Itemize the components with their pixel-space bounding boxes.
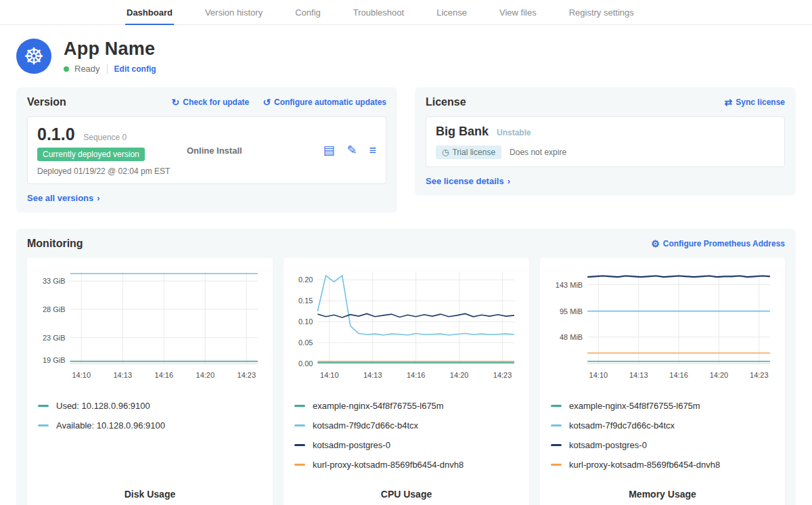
see-all-versions-row: See all versions ›	[27, 193, 386, 203]
see-all-versions-label: See all versions	[27, 193, 93, 203]
legend-label: kotsadm-postgres-0	[313, 440, 390, 450]
disk-usage-legend: Used: 10.128.0.96:9100Available: 10.128.…	[35, 391, 265, 440]
legend-label: example-nginx-54f8f76755-l675m	[569, 401, 700, 411]
release-notes-icon[interactable]: ▤	[323, 144, 334, 156]
refresh-icon: ↻	[172, 97, 180, 107]
version-card-header: Version ↻ Check for update ↺ Configure a…	[27, 96, 386, 108]
see-license-details-label: See license details	[426, 176, 504, 186]
app-header: ☸ App Name Ready Edit config	[0, 25, 812, 79]
disk-usage-title: Disk Usage	[35, 479, 265, 500]
tab-view-files[interactable]: View files	[498, 0, 538, 25]
deployed-timestamp: Deployed 01/19/22 @ 02:04 pm EST	[37, 167, 183, 176]
svg-text:14:13: 14:13	[114, 371, 133, 379]
tab-dashboard[interactable]: Dashboard	[125, 0, 174, 25]
monitoring-title: Monitoring	[27, 238, 83, 250]
top-cards-row: Version ↻ Check for update ↺ Configure a…	[0, 79, 812, 217]
svg-text:33 GiB: 33 GiB	[43, 277, 66, 285]
configure-automatic-updates-link[interactable]: ↺ Configure automatic updates	[263, 97, 386, 107]
legend-item: kotsadm-postgres-0	[294, 440, 518, 450]
legend-item: kotsadm-7f9dc7d66c-b4tcx	[551, 420, 774, 431]
legend-color-dash	[38, 424, 49, 426]
legend-item: kotsadm-postgres-0	[551, 440, 774, 450]
svg-text:14:23: 14:23	[238, 371, 256, 379]
svg-text:14:10: 14:10	[72, 371, 91, 379]
tab-config[interactable]: Config	[294, 0, 322, 25]
cpu-usage-legend: example-nginx-54f8f76755-l675mkotsadm-7f…	[292, 391, 521, 479]
legend-label: kurl-proxy-kotsadm-8569fb6454-dnvh8	[313, 460, 464, 470]
cpu-usage-chart: 14:1014:1314:1614:2014:230.000.050.100.1…	[292, 265, 521, 386]
svg-text:14:23: 14:23	[750, 371, 769, 379]
see-license-details-link[interactable]: See license details ›	[426, 176, 510, 186]
edit-config-link[interactable]: Edit config	[114, 64, 156, 74]
app-header-text: App Name Ready Edit config	[64, 39, 156, 74]
monitoring-section: Monitoring ⚙ Configure Prometheus Addres…	[16, 229, 796, 505]
legend-item: kurl-proxy-kotsadm-8569fb6454-dnvh8	[551, 460, 774, 470]
divider	[107, 64, 108, 74]
legend-color-dash	[294, 444, 305, 446]
svg-text:0.15: 0.15	[298, 297, 313, 305]
sync-license-label: Sync license	[736, 97, 785, 107]
see-license-details-row: See license details ›	[426, 176, 785, 186]
legend-label: kotsadm-7f9dc7d66c-b4tcx	[569, 420, 675, 431]
sync-icon: ⇄	[725, 97, 733, 107]
legend-color-dash	[551, 444, 562, 446]
edit-config-icon[interactable]: ✎	[346, 144, 357, 156]
version-info: 0.1.0 Sequence 0 Currently deployed vers…	[37, 125, 183, 176]
cpu-usage-panel: 14:1014:1314:1614:2014:230.000.050.100.1…	[284, 258, 529, 505]
top-nav: Dashboard Version history Config Trouble…	[0, 0, 812, 25]
kubernetes-logo-icon: ☸	[16, 39, 51, 74]
license-name-row: Big Bank Unstable	[436, 125, 775, 139]
tab-license[interactable]: License	[435, 0, 468, 25]
cpu-usage-title: CPU Usage	[292, 479, 521, 500]
tab-registry-settings[interactable]: Registry settings	[568, 0, 635, 25]
monitoring-header: Monitoring ⚙ Configure Prometheus Addres…	[27, 238, 785, 250]
version-card-links: ↻ Check for update ↺ Configure automatic…	[172, 97, 387, 107]
legend-color-dash	[294, 405, 305, 407]
tab-troubleshoot[interactable]: Troubleshoot	[352, 0, 405, 25]
legend-color-dash	[551, 464, 562, 466]
version-number: 0.1.0	[37, 125, 75, 144]
configure-prometheus-link[interactable]: ⚙ Configure Prometheus Address	[651, 239, 785, 248]
svg-text:14:16: 14:16	[669, 371, 688, 379]
charts-row: 14:1014:1314:1614:2014:2319 GiB23 GiB28 …	[27, 258, 785, 505]
check-for-update-link[interactable]: ↻ Check for update	[172, 97, 250, 107]
svg-text:23 GiB: 23 GiB	[43, 334, 66, 342]
license-card-header: License ⇄ Sync license	[426, 96, 785, 108]
tab-version-history[interactable]: Version history	[204, 0, 264, 25]
chevron-right-icon: ›	[508, 176, 510, 186]
disk-usage-panel: 14:1014:1314:1614:2014:2319 GiB23 GiB28 …	[27, 258, 273, 505]
memory-usage-legend: example-nginx-54f8f76755-l675mkotsadm-7f…	[548, 391, 777, 479]
see-all-versions-link[interactable]: See all versions ›	[27, 193, 100, 203]
svg-text:48 MiB: 48 MiB	[560, 333, 583, 341]
version-action-icons: ▤ ✎ ≡	[323, 144, 376, 156]
status-dot	[64, 66, 69, 72]
version-number-row: 0.1.0 Sequence 0	[37, 125, 183, 144]
svg-text:14:10: 14:10	[589, 371, 608, 379]
configure-automatic-updates-label: Configure automatic updates	[274, 97, 386, 107]
memory-usage-panel: 14:1014:1314:1614:2014:2348 MiB95 MiB143…	[540, 258, 785, 505]
legend-color-dash	[551, 424, 562, 426]
auto-update-icon: ↺	[263, 97, 271, 107]
legend-color-dash	[294, 464, 305, 466]
sync-license-link[interactable]: ⇄ Sync license	[725, 97, 785, 107]
sequence-label: Sequence 0	[83, 133, 127, 142]
legend-item: example-nginx-54f8f76755-l675m	[294, 401, 518, 411]
svg-text:14:23: 14:23	[493, 371, 512, 379]
legend-item: kotsadm-7f9dc7d66c-b4tcx	[294, 420, 518, 431]
currently-deployed-badge: Currently deployed version	[37, 148, 145, 161]
view-diff-icon[interactable]: ≡	[369, 144, 376, 156]
legend-label: Available: 10.128.0.96:9100	[56, 420, 165, 431]
svg-text:14:20: 14:20	[196, 371, 215, 379]
svg-text:0.20: 0.20	[298, 276, 313, 284]
svg-text:0.10: 0.10	[298, 317, 313, 326]
kubernetes-wheel-glyph: ☸	[24, 43, 44, 70]
license-detail-panel: Big Bank Unstable ◷ Trial license Does n…	[426, 116, 785, 167]
legend-label: Used: 10.128.0.96:9100	[56, 401, 150, 411]
current-version-panel: 0.1.0 Sequence 0 Currently deployed vers…	[27, 116, 386, 184]
version-card-title: Version	[27, 96, 66, 108]
svg-text:14:16: 14:16	[155, 371, 174, 379]
svg-text:0.00: 0.00	[298, 359, 313, 368]
gear-icon: ⚙	[651, 239, 660, 248]
license-card: License ⇄ Sync license Big Bank Unstable…	[415, 87, 796, 196]
svg-text:14:10: 14:10	[320, 371, 339, 379]
